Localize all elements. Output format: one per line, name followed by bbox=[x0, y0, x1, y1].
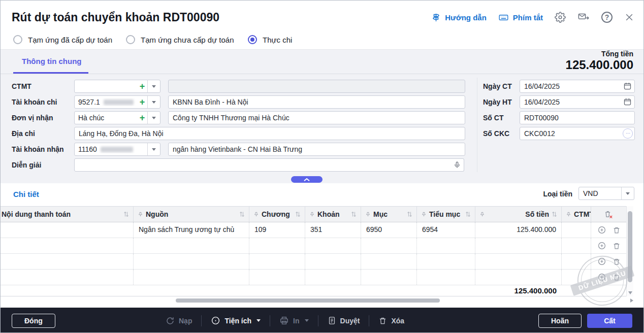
calendar-icon[interactable] bbox=[623, 97, 640, 106]
sort-icon[interactable] bbox=[351, 211, 357, 217]
delete-row-icon[interactable] bbox=[613, 242, 621, 250]
help-icon[interactable] bbox=[601, 12, 613, 23]
footer-center-actions: Nạp Tiện ích In bbox=[166, 308, 404, 333]
close-button[interactable]: Đóng bbox=[12, 314, 55, 328]
postpone-button[interactable]: Hoãn bbox=[538, 314, 582, 328]
add-row-icon[interactable] bbox=[597, 241, 606, 250]
pin-icon[interactable] bbox=[421, 211, 427, 218]
delete-row-icon[interactable] bbox=[613, 273, 621, 282]
column-header-amount[interactable]: Số tiền bbox=[475, 207, 562, 222]
utilities-button[interactable]: Tiện ích bbox=[211, 316, 261, 325]
column-header-chapter[interactable]: Chương bbox=[249, 207, 305, 222]
delete-button[interactable]: Xóa bbox=[378, 316, 404, 325]
table-header-row: Nội dung thanh toán Nguồn Chương Khoản bbox=[1, 206, 626, 222]
detail-title[interactable]: Chi tiết bbox=[13, 190, 39, 198]
receiver-dropdown-button[interactable] bbox=[147, 112, 160, 124]
sort-icon[interactable] bbox=[295, 211, 301, 217]
sort-icon[interactable] bbox=[123, 211, 129, 217]
sort-icon[interactable] bbox=[407, 211, 412, 217]
vertical-scrollbar[interactable] bbox=[626, 206, 633, 296]
add-row-icon[interactable] bbox=[597, 257, 606, 266]
voice-input-button[interactable] bbox=[450, 158, 464, 172]
utilities-icon bbox=[211, 316, 220, 325]
scroll-right-arrow[interactable] bbox=[630, 298, 633, 303]
tab-thong-tin-chung[interactable]: Thông tin chung bbox=[22, 57, 81, 65]
account-pay-dropdown-button[interactable] bbox=[147, 96, 160, 108]
cell-chapter[interactable]: 109 bbox=[249, 222, 305, 238]
ckc-more-button[interactable] bbox=[623, 128, 633, 139]
cell-content[interactable] bbox=[1, 222, 134, 238]
date-ct-field[interactable] bbox=[520, 80, 635, 93]
column-header-subitem[interactable]: Tiểu mục bbox=[417, 207, 475, 222]
add-row-icon[interactable] bbox=[597, 273, 606, 282]
account-recv-combo[interactable]: 11160 bbox=[74, 143, 160, 156]
receiver-combo[interactable]: Hà chúc + bbox=[74, 111, 160, 124]
doc-no-field[interactable] bbox=[520, 111, 635, 124]
delete-row-icon[interactable] bbox=[613, 257, 621, 266]
column-header-content[interactable]: Nội dung thanh toán bbox=[1, 207, 134, 222]
scroll-down-arrow[interactable] bbox=[628, 291, 632, 294]
horizontal-scrollbar-thumb[interactable] bbox=[176, 298, 440, 303]
pin-icon[interactable] bbox=[253, 211, 259, 218]
radio-circle-icon bbox=[126, 35, 135, 44]
account-recv-description-field[interactable] bbox=[168, 143, 465, 156]
account-pay-combo[interactable]: 9527.1 + bbox=[74, 95, 160, 109]
date-ht-field[interactable] bbox=[520, 95, 635, 109]
cell-clause[interactable]: 351 bbox=[305, 222, 361, 238]
receiver-description-field[interactable] bbox=[168, 111, 465, 124]
currency-select[interactable]: VND bbox=[578, 187, 634, 200]
column-header-ctmt[interactable]: CTMT bbox=[562, 207, 591, 222]
ctmt-description-field[interactable] bbox=[168, 80, 465, 93]
column-header-clause[interactable]: Khoản bbox=[305, 207, 361, 222]
currency-dropdown-button[interactable] bbox=[621, 187, 634, 199]
cell-subitem[interactable]: 6954 bbox=[417, 222, 475, 238]
guide-link[interactable]: Hướng dẫn bbox=[431, 13, 487, 22]
date-ct-label: Ngày CT bbox=[483, 80, 512, 93]
reload-button[interactable]: Nạp bbox=[166, 316, 192, 325]
sort-icon[interactable] bbox=[552, 211, 557, 217]
pin-icon[interactable] bbox=[138, 211, 143, 218]
cell-item[interactable]: 6950 bbox=[361, 222, 417, 238]
add-row-icon[interactable] bbox=[597, 225, 606, 235]
horizontal-scrollbar[interactable] bbox=[1, 297, 626, 304]
add-account-pay-button[interactable]: + bbox=[137, 96, 147, 108]
radio-thuc-chi[interactable]: Thực chi bbox=[248, 32, 292, 47]
radio-tam-ung-da-cap[interactable]: Tạm ứng đã cấp dự toán bbox=[13, 32, 112, 47]
account-recv-dropdown-button[interactable] bbox=[147, 143, 160, 155]
shortcut-link[interactable]: Phím tắt bbox=[498, 13, 543, 22]
microphone-icon bbox=[454, 161, 461, 169]
add-ctmt-button[interactable]: + bbox=[137, 80, 147, 92]
pin-icon[interactable] bbox=[309, 211, 315, 218]
add-receiver-button[interactable]: + bbox=[137, 112, 147, 124]
collapse-panel-button[interactable] bbox=[291, 176, 323, 183]
radio-tam-ung-chua-cap[interactable]: Tạm ứng chưa cấp dự toán bbox=[126, 32, 234, 47]
chevron-up-icon bbox=[303, 178, 310, 182]
vertical-scrollbar-thumb[interactable] bbox=[628, 211, 632, 282]
pin-icon[interactable] bbox=[566, 211, 571, 218]
print-button[interactable]: In bbox=[279, 316, 308, 325]
save-button[interactable]: Cất bbox=[587, 314, 632, 328]
note-field[interactable] bbox=[74, 158, 450, 172]
cell-amount[interactable]: 125.400.000 bbox=[475, 222, 562, 238]
calendar-icon[interactable] bbox=[623, 82, 640, 90]
delete-row-icon[interactable] bbox=[613, 226, 621, 235]
close-icon[interactable] bbox=[624, 12, 634, 22]
ctmt-dropdown-button[interactable] bbox=[147, 80, 160, 92]
send-mail-icon[interactable] bbox=[577, 12, 590, 23]
approve-button[interactable]: Duyệt bbox=[328, 316, 360, 325]
sort-icon[interactable] bbox=[465, 211, 471, 217]
settings-gear-icon[interactable] bbox=[555, 12, 566, 23]
voucher-type-radios: Tạm ứng đã cấp dự toán Tạm ứng chưa cấp … bbox=[1, 32, 643, 49]
cell-ctmt[interactable] bbox=[562, 222, 591, 238]
sort-icon[interactable] bbox=[239, 211, 245, 217]
account-pay-description-field[interactable] bbox=[168, 95, 465, 109]
pin-icon[interactable] bbox=[479, 211, 485, 218]
column-header-item[interactable]: Mục bbox=[361, 207, 417, 222]
cell-source[interactable]: Ngân sách Trung ương tự chủ bbox=[134, 222, 249, 238]
ckc-field[interactable] bbox=[520, 127, 635, 140]
delete-all-rows-button[interactable] bbox=[591, 207, 626, 222]
ctmt-combo[interactable]: + bbox=[74, 80, 160, 93]
pin-icon[interactable] bbox=[365, 211, 371, 218]
address-field[interactable] bbox=[74, 127, 465, 140]
column-header-source[interactable]: Nguồn bbox=[134, 207, 249, 222]
